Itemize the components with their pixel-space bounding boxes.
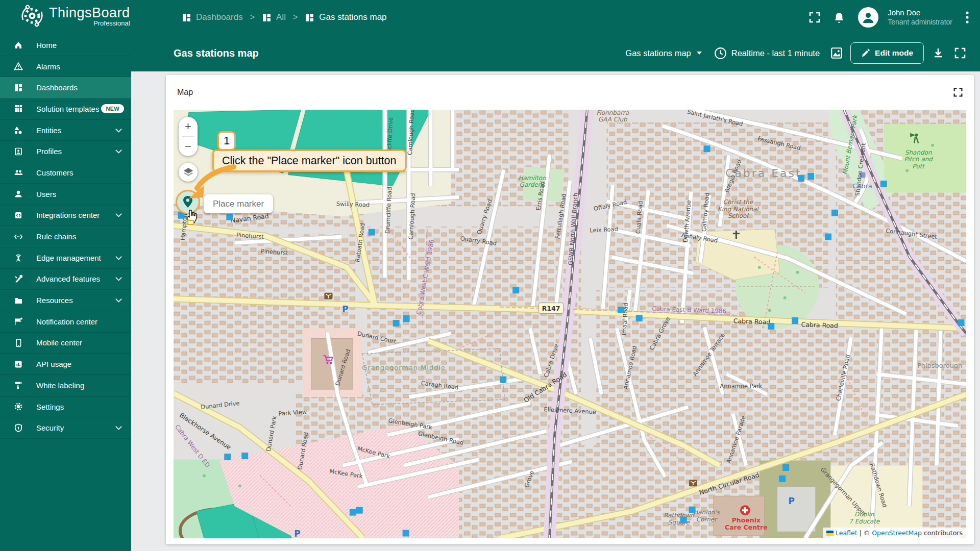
app-logo[interactable]: ThingsBoard Professional xyxy=(20,4,130,28)
notifications-button[interactable] xyxy=(834,12,845,23)
openstreetmap-tiles: P P P R147 FionnbarraGAA ClubSaint Jarla… xyxy=(174,110,966,538)
page-title: Gas stations map xyxy=(174,47,259,59)
clock-icon xyxy=(714,47,727,60)
image-icon xyxy=(830,46,843,60)
sidebar-item-label: Edge management xyxy=(36,254,101,262)
sidebar-item-solution-templates[interactable]: Solution templatesNEW xyxy=(0,98,131,120)
place-marker-button[interactable] xyxy=(177,191,199,213)
sidebar-item-label: White labeling xyxy=(36,381,84,390)
osm-link[interactable]: OpenStreetMap xyxy=(872,529,922,537)
leaflet-link[interactable]: Leaflet xyxy=(836,529,857,537)
sidebar-item-profiles[interactable]: Profiles xyxy=(0,141,131,162)
sidebar-item-security[interactable]: Security xyxy=(0,417,131,439)
chevron-down-icon xyxy=(115,254,122,260)
sidebar-item-white-labeling[interactable]: White labeling xyxy=(0,375,131,396)
sidebar-item-label: Resources xyxy=(36,296,73,305)
breadcrumb-item-all[interactable]: All xyxy=(262,12,286,22)
gas-station-marker[interactable] xyxy=(880,181,887,187)
sidebar-item-advanced-features[interactable]: Advanced features xyxy=(0,269,131,290)
dashboard-image-button[interactable] xyxy=(830,46,843,60)
gas-station-marker[interactable] xyxy=(403,315,410,322)
sidebar-item-edge-management[interactable]: Edge management xyxy=(0,247,131,269)
logo-subtitle: Professional xyxy=(93,19,130,27)
sidebar-item-label: Integrations center xyxy=(36,211,100,219)
fullscreen-button[interactable] xyxy=(809,12,820,23)
sidebar-item-mobile-center[interactable]: Mobile center xyxy=(0,333,131,354)
gas-station-marker[interactable] xyxy=(779,475,786,482)
sidebar-item-dashboards[interactable]: Dashboards xyxy=(0,77,131,98)
breadcrumb-item-dashboards[interactable]: Dashboards xyxy=(182,12,243,22)
dashboards-icon xyxy=(14,83,23,92)
zoom-out-button[interactable]: − xyxy=(179,137,198,156)
user-avatar[interactable] xyxy=(858,7,878,28)
gas-station-marker[interactable] xyxy=(636,315,643,321)
gas-station-marker[interactable] xyxy=(393,320,400,327)
sidebar-item-home[interactable]: Home xyxy=(0,35,131,56)
user-info[interactable]: John Doe Tenant administrator xyxy=(888,8,952,27)
gas-station-marker[interactable] xyxy=(356,507,363,514)
gas-station-marker[interactable] xyxy=(768,323,774,330)
gas-station-marker[interactable] xyxy=(241,453,248,459)
gas-station-marker[interactable] xyxy=(226,214,233,220)
gas-station-marker[interactable] xyxy=(512,287,519,293)
gas-station-marker[interactable] xyxy=(224,454,231,460)
gas-station-marker[interactable] xyxy=(369,229,375,236)
gas-station-marker[interactable] xyxy=(350,509,356,516)
sidebar-item-label: Alarms xyxy=(36,62,60,71)
map-canvas[interactable]: P P P R147 FionnbarraGAA ClubSaint Jarla… xyxy=(174,110,966,538)
breadcrumb: Dashboards>All>Gas stations map xyxy=(182,0,387,35)
sidebar-item-alarms[interactable]: Alarms xyxy=(0,56,131,78)
zoom-in-button[interactable]: + xyxy=(179,117,198,136)
resources-icon xyxy=(14,296,23,305)
dashboard-fullscreen-button[interactable] xyxy=(954,47,966,59)
fullscreen-icon xyxy=(954,47,966,59)
dashboard-select[interactable]: Gas stations map xyxy=(625,48,701,58)
breadcrumb-item-gas-stations-map[interactable]: Gas stations map xyxy=(305,12,386,22)
edit-mode-label: Edit mode xyxy=(875,48,913,58)
gas-station-marker[interactable] xyxy=(798,175,804,182)
export-button[interactable] xyxy=(932,47,944,59)
gas-station-marker[interactable] xyxy=(782,464,789,471)
gas-station-marker[interactable] xyxy=(680,517,687,523)
gas-station-marker[interactable] xyxy=(792,317,798,324)
sidebar-item-api-usage[interactable]: API usage xyxy=(0,354,131,375)
marker-ghost-outline xyxy=(187,220,194,225)
breadcrumb-label: Gas stations map xyxy=(319,12,386,22)
map-layers-button[interactable] xyxy=(179,163,198,182)
sidebar-item-label: Home xyxy=(36,41,57,49)
map-attribution: Leaflet | © OpenStreetMap contributors xyxy=(823,528,966,538)
sidebar-item-resources[interactable]: Resources xyxy=(0,290,131,311)
gas-station-marker[interactable] xyxy=(703,145,710,152)
gas-station-marker[interactable] xyxy=(807,173,814,180)
sidebar-item-settings[interactable]: Settings xyxy=(0,396,131,418)
gas-station-marker[interactable] xyxy=(178,212,184,219)
ukraine-flag-icon xyxy=(826,531,834,536)
sidebar-item-integrations-center[interactable]: Integrations center xyxy=(0,205,131,227)
whitelabel-icon xyxy=(14,381,23,390)
sidebar-item-rule-chains[interactable]: Rule chains xyxy=(0,226,131,247)
gas-station-marker[interactable] xyxy=(831,210,838,216)
sidebar-item-notification-center[interactable]: Notification center xyxy=(0,311,131,333)
logo-title: ThingsBoard xyxy=(49,5,130,20)
map-label: Hanlon'sCorner xyxy=(693,509,720,522)
sidebar-item-entities[interactable]: Entities xyxy=(0,120,131,141)
svg-text:R147: R147 xyxy=(542,305,560,312)
parking-icon: P xyxy=(294,529,300,538)
sidebar-item-customers[interactable]: Customers xyxy=(0,162,131,184)
pencil-icon xyxy=(861,49,870,58)
gas-station-marker[interactable] xyxy=(500,377,506,383)
gas-station-marker[interactable] xyxy=(403,530,409,537)
gas-station-marker[interactable] xyxy=(618,307,624,313)
gas-station-marker[interactable] xyxy=(689,507,696,513)
gas-station-marker[interactable] xyxy=(825,234,831,240)
gas-station-marker[interactable] xyxy=(958,319,965,326)
sidebar-item-users[interactable]: Users xyxy=(0,184,131,205)
sidebar-item-label: API usage xyxy=(36,360,71,368)
edit-mode-button[interactable]: Edit mode xyxy=(850,42,924,64)
top-header: ThingsBoard Professional Dashboards>All>… xyxy=(0,0,980,35)
more-menu-button[interactable] xyxy=(966,11,969,23)
timewindow-button[interactable]: Realtime - last 1 minute xyxy=(714,47,820,60)
profiles-icon xyxy=(14,147,23,156)
widget-fullscreen-button[interactable] xyxy=(953,88,963,97)
sidebar-item-label: Advanced features xyxy=(36,274,100,283)
